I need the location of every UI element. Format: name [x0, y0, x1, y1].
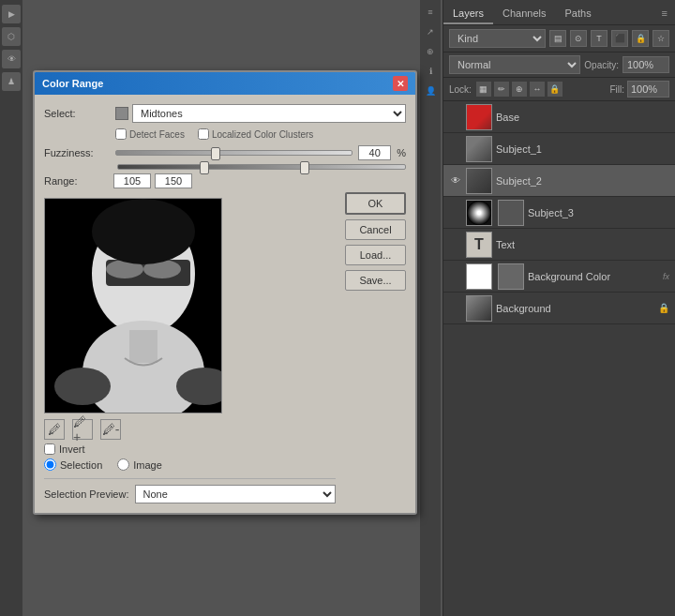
- range-thumb-right[interactable]: [300, 161, 309, 174]
- layer-filter-icon-4[interactable]: ⬛: [611, 30, 628, 47]
- layer-filter-icon-5[interactable]: 🔒: [632, 30, 649, 47]
- lock-label: Lock:: [449, 84, 472, 95]
- checkboxes-row: Detect Faces Localized Color Clusters: [44, 128, 406, 140]
- kind-select[interactable]: Kind: [449, 29, 546, 48]
- save-button[interactable]: Save...: [345, 270, 406, 291]
- cancel-button[interactable]: Cancel: [345, 219, 406, 240]
- toolbar-icon-4[interactable]: ♟: [2, 72, 21, 91]
- lock-icon-4[interactable]: ↔: [530, 82, 545, 97]
- layer-name-subject3: Subject_3: [528, 207, 669, 218]
- toolbar-icon-3[interactable]: 👁: [2, 50, 21, 68]
- tab-layers[interactable]: Layers: [443, 4, 493, 24]
- range-thumb-left[interactable]: [200, 161, 209, 174]
- lock-icon-1[interactable]: ▦: [476, 82, 491, 97]
- lock-icon-5[interactable]: 🔒: [548, 82, 562, 97]
- opacity-input[interactable]: [622, 56, 669, 73]
- select-dropdown[interactable]: Midtones: [132, 104, 406, 123]
- fuzziness-value-input[interactable]: [358, 145, 391, 160]
- layer-visibility-subject3[interactable]: [449, 206, 462, 219]
- radio-row: Selection Image: [44, 458, 336, 471]
- layer-name-background: Background: [496, 303, 654, 314]
- eyedropper-row: 🖉 🖉+ 🖉-: [44, 419, 336, 440]
- fuzziness-slider-track[interactable]: [115, 150, 352, 156]
- range-max-input[interactable]: [155, 173, 192, 188]
- layer-visibility-text[interactable]: [449, 238, 462, 251]
- layer-visibility-base[interactable]: [449, 111, 462, 124]
- layer-search-row: Kind ▤ ⊙ T ⬛ 🔒 ☆: [443, 25, 675, 53]
- range-slider-track[interactable]: [117, 164, 406, 170]
- layer-row-subject1[interactable]: Subject_1: [443, 133, 675, 165]
- lock-icon-2[interactable]: ✏: [494, 82, 509, 97]
- invert-label: Invert: [59, 443, 85, 455]
- eyedropper-subtract-btn[interactable]: 🖉-: [100, 419, 121, 440]
- eyedropper-sample-btn[interactable]: 🖉: [44, 419, 65, 440]
- layer-filter-icon-1[interactable]: ▤: [549, 30, 566, 47]
- layer-visibility-subject2[interactable]: 👁: [449, 174, 462, 188]
- layer-row-text[interactable]: T Text: [443, 229, 675, 261]
- side-icon-5[interactable]: 👤: [422, 83, 439, 99]
- layer-thumb-base: [466, 104, 492, 130]
- detect-faces-label: Detect Faces: [129, 129, 185, 140]
- layer-row-bgcol[interactable]: Background Color fx: [443, 261, 675, 293]
- dialog-left: 🖉 🖉+ 🖉- Invert Selection: [44, 192, 336, 503]
- layer-row-subject3[interactable]: Subject_3: [443, 197, 675, 229]
- dialog-close-button[interactable]: ✕: [393, 76, 408, 91]
- lock-icon-3[interactable]: ⊕: [512, 82, 527, 97]
- range-min-input[interactable]: [113, 173, 151, 188]
- fill-label: Fill:: [609, 84, 624, 95]
- left-toolbar: ▶ ⬡ 👁 ♟: [0, 0, 22, 616]
- localized-checkbox[interactable]: [198, 128, 209, 140]
- layer-row-subject2[interactable]: 👁 Subject_2: [443, 165, 675, 197]
- side-icon-3[interactable]: ⊕: [422, 43, 439, 60]
- action-buttons: OK Cancel Load... Save...: [345, 192, 406, 503]
- layer-thumb-subject3b: [498, 200, 524, 226]
- ok-button[interactable]: OK: [345, 192, 406, 215]
- layer-name-base: Base: [496, 112, 669, 123]
- layer-filter-icon-3[interactable]: T: [591, 30, 608, 47]
- blend-mode-select[interactable]: Normal: [449, 55, 580, 74]
- dialog-titlebar: Color Range ✕: [35, 72, 415, 95]
- layers-panel: Layers Channels Paths ≡ Kind ▤ ⊙ T ⬛ 🔒 ☆…: [442, 0, 675, 616]
- radio-selection[interactable]: Selection: [44, 458, 102, 471]
- side-icon-1[interactable]: ≡: [422, 4, 439, 21]
- layer-thumb-bgcol-a: [466, 263, 492, 290]
- layer-name-text: Text: [496, 239, 669, 250]
- selection-radio-label: Selection: [60, 459, 102, 471]
- toolbar-icon-2[interactable]: ⬡: [2, 27, 21, 46]
- dialog-title: Color Range: [42, 78, 103, 89]
- eyedropper-add-btn[interactable]: 🖉+: [72, 419, 93, 440]
- layer-fx-badge: fx: [663, 272, 669, 281]
- layer-visibility-bgcol[interactable]: [449, 270, 462, 283]
- fuzziness-slider-thumb[interactable]: [211, 147, 220, 160]
- color-range-dialog: Color Range ✕ Select: Midtones Detect Fa…: [33, 70, 417, 515]
- svg-point-7: [92, 199, 195, 264]
- selection-preview-select[interactable]: None Grayscale Black Matte White Matte Q…: [135, 485, 337, 503]
- layer-visibility-subject1[interactable]: [449, 143, 462, 156]
- side-icon-2[interactable]: ↗: [422, 23, 439, 40]
- layer-thumb-subject3a: [466, 200, 492, 226]
- toolbar-icon-1[interactable]: ▶: [2, 5, 21, 23]
- side-icon-4[interactable]: ℹ: [422, 63, 439, 80]
- layer-row-background[interactable]: Background 🔒: [443, 293, 675, 324]
- invert-row: Invert: [44, 443, 336, 455]
- layer-filter-icon-6[interactable]: ☆: [652, 30, 669, 47]
- layer-row-base[interactable]: Base: [443, 101, 675, 133]
- fill-input[interactable]: [627, 81, 669, 98]
- layer-name-bgcol: Background Color: [528, 271, 659, 282]
- blend-mode-row: Normal Opacity:: [443, 53, 675, 78]
- selection-preview-row: Selection Preview: None Grayscale Black …: [44, 478, 336, 503]
- tab-paths[interactable]: Paths: [556, 4, 601, 24]
- layer-thumb-subject1: [466, 136, 492, 162]
- radio-image[interactable]: Image: [117, 458, 162, 471]
- load-button[interactable]: Load...: [345, 245, 406, 265]
- tab-channels[interactable]: Channels: [493, 4, 555, 24]
- panel-tabs: Layers Channels Paths ≡: [443, 0, 675, 25]
- layer-name-subject2: Subject_2: [496, 175, 669, 187]
- layer-thumb-bgcol-b: [498, 263, 524, 290]
- layer-visibility-background[interactable]: [449, 302, 462, 315]
- detect-faces-checkbox[interactable]: [115, 128, 127, 140]
- range-slider-container: [44, 164, 406, 170]
- invert-checkbox[interactable]: [44, 443, 55, 455]
- layer-filter-icon-2[interactable]: ⊙: [570, 30, 587, 47]
- panel-menu-button[interactable]: ≡: [654, 4, 675, 24]
